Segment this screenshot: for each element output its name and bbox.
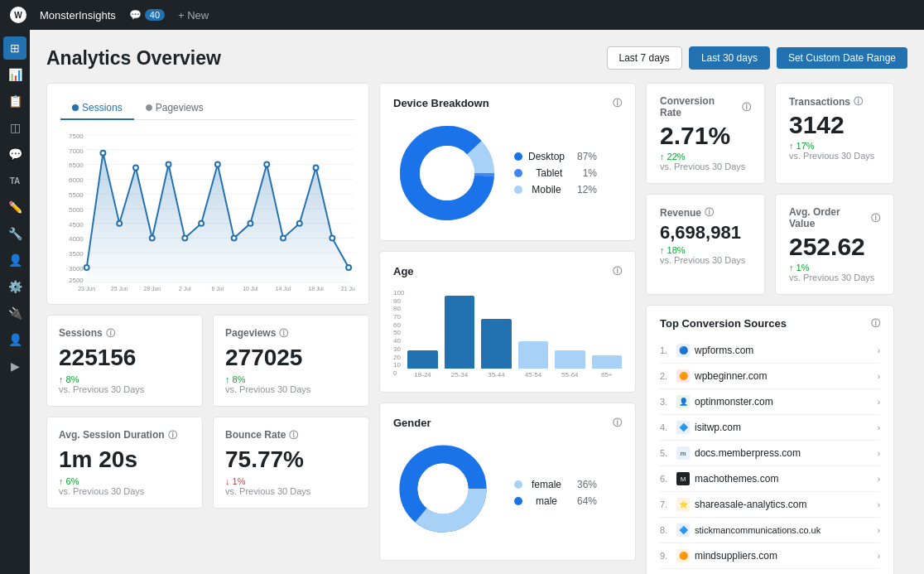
svg-point-37 <box>314 165 319 170</box>
svg-point-34 <box>264 162 269 167</box>
avg-order-value: 252.62 <box>789 233 880 261</box>
top-sources-card: Top Conversion Sources ⓘ 1. 🔵 wpforms.co… <box>646 305 894 574</box>
avg-order-change-label: vs. Previous 30 Days <box>789 273 880 282</box>
new-button[interactable]: + New <box>178 9 209 22</box>
source-chevron-5: › <box>878 449 880 458</box>
source-item-5[interactable]: 5. m docs.memberpress.com › <box>660 441 880 466</box>
svg-marker-22 <box>87 153 349 282</box>
svg-point-39 <box>346 265 351 270</box>
age-bar-65plus <box>592 355 622 369</box>
svg-text:2500: 2500 <box>69 277 84 284</box>
avg-session-label: Avg. Session Duration ⓘ <box>59 429 190 441</box>
tablet-dot <box>514 169 522 177</box>
svg-text:18 Jul: 18 Jul <box>308 286 324 291</box>
svg-text:7000: 7000 <box>69 147 84 155</box>
svg-point-55 <box>418 464 469 514</box>
age-bar-1824 <box>407 350 437 369</box>
pageviews-stat: Pageviews ⓘ 277025 ↑ 8% vs. Previous 30 … <box>213 315 369 407</box>
tab-pageviews[interactable]: Pageviews <box>134 97 215 120</box>
transactions-info-icon[interactable]: ⓘ <box>854 95 863 108</box>
svg-text:6500: 6500 <box>69 162 84 169</box>
legend-item-male: male 64% <box>514 495 597 507</box>
device-info-icon[interactable]: ⓘ <box>613 97 622 109</box>
source-item-3[interactable]: 3. 👤 optinmonster.com › <box>660 389 880 415</box>
custom-date-btn[interactable]: Set Custom Date Range <box>777 47 907 69</box>
desktop-label: Desktop <box>528 151 565 162</box>
svg-point-29 <box>182 236 187 241</box>
source-item-6[interactable]: 6. M machothemes.com › <box>660 466 880 492</box>
sidebar-icon-home[interactable]: ⊞ <box>3 36 26 60</box>
sidebar-icon-edit[interactable]: ✏️ <box>3 195 26 219</box>
svg-point-38 <box>330 236 334 241</box>
source-item-1[interactable]: 1. 🔵 wpforms.com › <box>660 338 880 364</box>
legend-item-mobile: Mobile 12% <box>514 184 597 195</box>
notifications[interactable]: 💬 40 <box>129 9 165 21</box>
source-chevron-7: › <box>878 500 880 509</box>
sidebar-icon-users[interactable]: 👤 <box>3 248 26 272</box>
svg-point-30 <box>199 221 204 226</box>
female-pct: 36% <box>577 479 597 490</box>
source-item-4[interactable]: 4. 🔷 isitwp.com › <box>660 415 880 441</box>
avg-order-info-icon[interactable]: ⓘ <box>871 212 880 224</box>
sessions-value: 225156 <box>59 345 190 371</box>
source-item-7[interactable]: 7. ⭐ shareasale-analytics.com › <box>660 492 880 518</box>
svg-text:14 Jul: 14 Jul <box>276 286 291 291</box>
sidebar: ⊞ 📊 📋 ◫ 💬 TA ✏️ 🔧 👤 ⚙️ 🔌 👤 ▶ <box>0 30 30 574</box>
tablet-pct: 1% <box>583 167 597 179</box>
sessions-info-icon[interactable]: ⓘ <box>106 327 115 340</box>
conversion-rate-change-label: vs. Previous 30 Days <box>660 162 751 171</box>
source-item-10[interactable]: 10. 🔵 workforcexl.co › <box>660 569 880 574</box>
tablet-label: Tablet <box>536 167 562 179</box>
tab-sessions[interactable]: Sessions <box>60 97 134 120</box>
sidebar-icon-analytics[interactable]: 📊 <box>3 63 26 86</box>
source-favicon-8: 🔷 <box>676 523 690 537</box>
device-breakdown-card: Device Breakdown ⓘ <box>379 83 636 241</box>
source-item-8[interactable]: 8. 🔷 stickmancommunications.co.uk › <box>660 518 880 543</box>
avg-session-info-icon[interactable]: ⓘ <box>168 429 177 441</box>
age-bar-2534 <box>445 296 474 369</box>
wordpress-logo[interactable]: W <box>10 7 26 23</box>
desktop-pct: 87% <box>577 151 597 162</box>
sidebar-icon-comments[interactable]: 💬 <box>3 142 26 166</box>
sidebar-icon-ta[interactable]: TA <box>3 169 26 192</box>
age-label-3544: 35-44 <box>488 371 504 379</box>
svg-text:28 Jun: 28 Jun <box>143 286 161 291</box>
desktop-dot <box>514 152 522 161</box>
source-item-2[interactable]: 2. 🟠 wpbeginner.com › <box>660 364 880 389</box>
age-bar-5564 <box>555 350 585 369</box>
sidebar-icon-account[interactable]: 👤 <box>3 328 26 351</box>
sidebar-icon-settings[interactable]: ⚙️ <box>3 275 26 298</box>
gender-donut-chart <box>393 439 501 547</box>
transactions-change: ↑ 17% <box>789 141 880 151</box>
mobile-pct: 12% <box>577 184 597 195</box>
gender-info-icon[interactable]: ⓘ <box>613 417 622 429</box>
source-chevron-4: › <box>878 423 880 432</box>
stats-row: Sessions ⓘ 225156 ↑ 8% vs. Previous 30 D… <box>46 315 369 509</box>
age-group-3544: 35-44 <box>481 319 511 379</box>
male-dot <box>514 497 522 505</box>
sidebar-icon-insights[interactable]: ◫ <box>3 116 26 139</box>
revenue-info-icon[interactable]: ⓘ <box>705 206 714 219</box>
bounce-rate-label: Bounce Rate ⓘ <box>225 429 357 441</box>
sidebar-icon-plugins[interactable]: 🔌 <box>3 301 26 325</box>
sidebar-icon-reports[interactable]: 📋 <box>3 89 26 113</box>
conversion-rate-info-icon[interactable]: ⓘ <box>742 101 751 113</box>
date-btn-7days[interactable]: Last 7 days <box>607 46 682 70</box>
sidebar-icon-tools[interactable]: 🔧 <box>3 222 26 245</box>
source-chevron-6: › <box>878 475 880 484</box>
top-sources-info-icon[interactable]: ⓘ <box>871 317 880 330</box>
svg-point-36 <box>297 221 302 226</box>
age-info-icon[interactable]: ⓘ <box>613 265 622 277</box>
svg-point-23 <box>84 265 89 270</box>
age-group-4554: 45-54 <box>518 341 548 379</box>
svg-text:21 Jul: 21 Jul <box>341 286 355 291</box>
bounce-rate-info-icon[interactable]: ⓘ <box>289 429 298 441</box>
sidebar-icon-play[interactable]: ▶ <box>3 355 26 378</box>
svg-point-33 <box>248 221 253 226</box>
pageviews-info-icon[interactable]: ⓘ <box>279 327 288 340</box>
source-item-9[interactable]: 9. 🟠 mindsuppliers.com › <box>660 543 880 569</box>
avg-order-change: ↑ 1% <box>789 263 880 273</box>
age-chart-title: Age ⓘ <box>393 265 622 277</box>
male-label: male <box>536 495 557 507</box>
date-btn-30days[interactable]: Last 30 days <box>689 46 770 70</box>
